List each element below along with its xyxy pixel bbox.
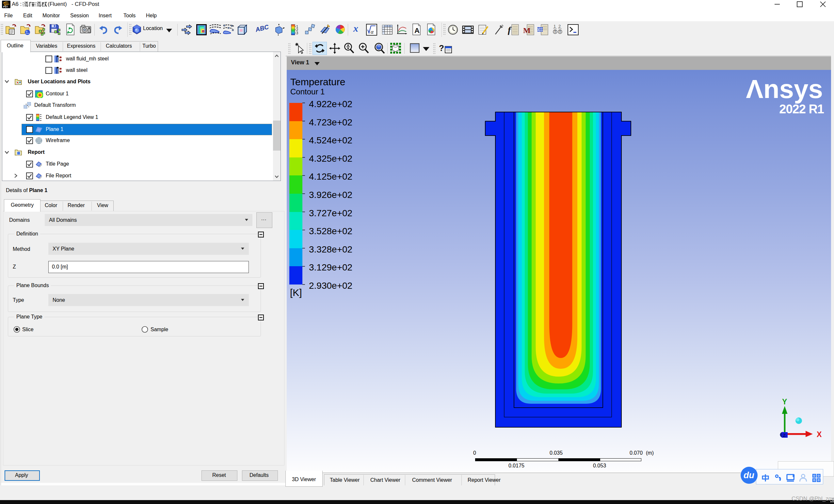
svg-text:X: X [817, 430, 822, 439]
svg-text:Y: Y [782, 397, 787, 406]
svg-text:Z: Z [783, 433, 786, 438]
